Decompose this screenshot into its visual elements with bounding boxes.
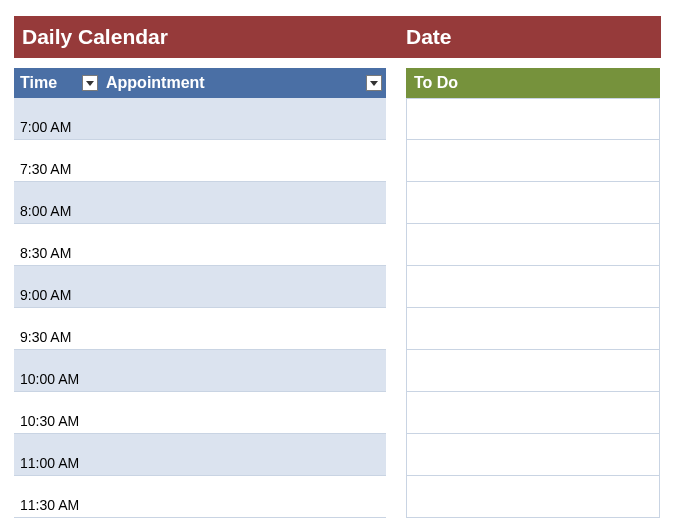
todo-header: To Do <box>406 68 660 98</box>
schedule-row[interactable]: 11:00 AM <box>14 434 386 476</box>
schedule-row[interactable]: 7:00 AM <box>14 98 386 140</box>
column-gap <box>386 68 406 518</box>
appointment-column-header: Appointment <box>102 68 386 98</box>
time-cell: 8:00 AM <box>14 203 102 219</box>
time-cell: 7:30 AM <box>14 161 102 177</box>
schedule-column: Time Appointment 7:00 AM7:30 AM8:00 AM8:… <box>14 68 386 518</box>
content-area: Time Appointment 7:00 AM7:30 AM8:00 AM8:… <box>14 68 661 518</box>
time-cell: 10:30 AM <box>14 413 102 429</box>
todo-cell[interactable] <box>406 140 660 182</box>
calendar-page: Daily Calendar Date Time Appointment <box>0 0 675 518</box>
time-cell: 11:30 AM <box>14 497 102 513</box>
todo-column: To Do <box>406 68 660 518</box>
schedule-row[interactable]: 8:30 AM <box>14 224 386 266</box>
time-cell: 11:00 AM <box>14 455 102 471</box>
schedule-row[interactable]: 9:00 AM <box>14 266 386 308</box>
todo-cell[interactable] <box>406 434 660 476</box>
todo-rows <box>406 98 660 518</box>
schedule-row[interactable]: 11:30 AM <box>14 476 386 518</box>
time-cell: 8:30 AM <box>14 245 102 261</box>
time-header-label: Time <box>20 74 57 92</box>
schedule-header: Time Appointment <box>14 68 386 98</box>
todo-cell[interactable] <box>406 308 660 350</box>
schedule-row[interactable]: 10:00 AM <box>14 350 386 392</box>
schedule-row[interactable]: 7:30 AM <box>14 140 386 182</box>
todo-cell[interactable] <box>406 224 660 266</box>
schedule-row[interactable]: 8:00 AM <box>14 182 386 224</box>
todo-cell[interactable] <box>406 266 660 308</box>
todo-cell[interactable] <box>406 350 660 392</box>
time-cell: 9:00 AM <box>14 287 102 303</box>
time-column-header: Time <box>14 68 102 98</box>
schedule-row[interactable]: 10:30 AM <box>14 392 386 434</box>
time-cell: 10:00 AM <box>14 371 102 387</box>
schedule-row[interactable]: 9:30 AM <box>14 308 386 350</box>
header-title-right: Date <box>386 25 452 49</box>
appointment-filter-dropdown-icon[interactable] <box>366 75 382 91</box>
appointment-header-label: Appointment <box>106 74 205 92</box>
todo-cell[interactable] <box>406 182 660 224</box>
todo-header-label: To Do <box>414 74 458 92</box>
todo-cell[interactable] <box>406 392 660 434</box>
header-title-left: Daily Calendar <box>14 25 386 49</box>
schedule-rows: 7:00 AM7:30 AM8:00 AM8:30 AM9:00 AM9:30 … <box>14 98 386 518</box>
time-filter-dropdown-icon[interactable] <box>82 75 98 91</box>
time-cell: 7:00 AM <box>14 119 102 135</box>
todo-cell[interactable] <box>406 476 660 518</box>
header-bar: Daily Calendar Date <box>14 16 661 58</box>
todo-cell[interactable] <box>406 98 660 140</box>
time-cell: 9:30 AM <box>14 329 102 345</box>
